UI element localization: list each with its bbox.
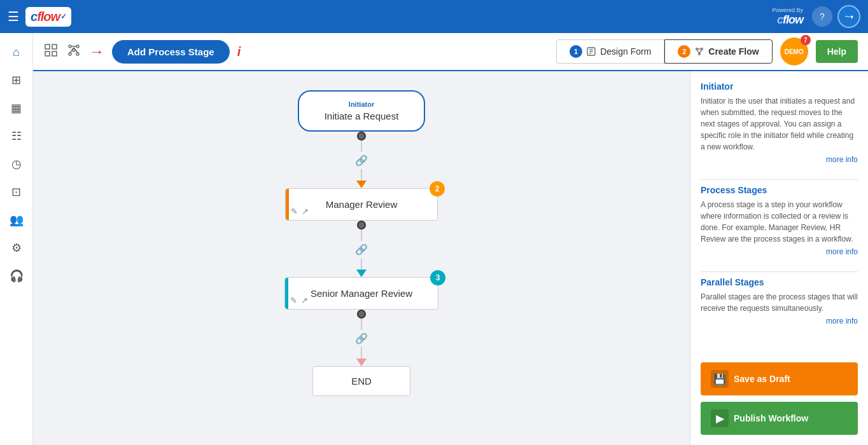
save-draft-icon: 💾 (711, 370, 729, 388)
demo-badge: 7 (801, 35, 811, 45)
stage2-number: 3 (430, 270, 445, 285)
stage1-actions: ✎ ↗ (291, 207, 309, 216)
manager-review-box[interactable]: Manager Review 2 ✎ ↗ (285, 188, 438, 221)
connector-line-5 (361, 318, 362, 330)
sidebar-item-home[interactable]: ⌂ (5, 41, 28, 64)
senior-manager-review-box[interactable]: Senior Manager Review 3 ✎ ↗ (284, 277, 438, 310)
svg-point-17 (701, 48, 703, 50)
sidebar-item-list[interactable]: ☷ (5, 125, 28, 147)
panel-title-parallel-stages: Parallel Stages (701, 277, 858, 287)
info-icon[interactable]: i (237, 44, 241, 59)
demo-button[interactable]: DEMO 7 (780, 38, 808, 65)
panel-actions: 💾 Save as Draft ▶ Publish Workflow (701, 362, 858, 435)
end-node: END (312, 366, 410, 396)
flow-diagram: Initiator Initiate a Request 🔗 (46, 84, 677, 432)
hamburger-menu[interactable]: ☰ (8, 9, 19, 24)
tab-create-flow[interactable]: 2 Create Flow (664, 39, 772, 64)
sidebar-item-team[interactable]: 👥 (5, 209, 28, 231)
connector-1: 🔗 (355, 132, 368, 188)
connector-dot-2 (357, 221, 366, 229)
publish-workflow-button[interactable]: ▶ Publish Workflow (701, 402, 858, 435)
connector-line-1 (361, 140, 362, 152)
svg-point-7 (69, 53, 71, 55)
stage2-export-icon[interactable]: ↗ (301, 296, 308, 305)
stage1-left-bar (286, 189, 289, 220)
connector-line-4 (361, 258, 362, 270)
logo: cflow ✓ (25, 7, 71, 27)
link-icon-1[interactable]: 🔗 (355, 154, 368, 167)
sidebar-item-grid[interactable]: ⊞ (5, 69, 28, 92)
connector-2: 🔗 (355, 221, 368, 277)
panel-text-parallel-stages: Parallel stages are the process stages t… (701, 291, 858, 314)
sidebar: ⌂ ⊞ ▦ ☷ ◷ ⊡ 👥 ⚙ 🎧 (0, 33, 33, 445)
connector-line-6 (361, 347, 362, 359)
main-layout: ⌂ ⊞ ▦ ☷ ◷ ⊡ 👥 ⚙ 🎧 → (0, 33, 868, 445)
panel-more-parallel-stages[interactable]: more info (701, 317, 858, 325)
sidebar-item-settings[interactable]: ⚙ (5, 236, 28, 259)
stage1-number: 2 (430, 181, 445, 196)
svg-point-16 (696, 48, 698, 50)
svg-point-8 (76, 53, 79, 55)
stage1-export-icon[interactable]: ↗ (302, 207, 309, 216)
svg-point-18 (699, 53, 701, 55)
initiator-box[interactable]: Initiator Initiate a Request (298, 90, 426, 132)
senior-manager-review-node: Senior Manager Review 3 ✎ ↗ (284, 277, 438, 310)
flow-canvas: Initiator Initiate a Request 🔗 (33, 71, 690, 445)
stage2-actions: ✎ ↗ (290, 296, 308, 305)
design-form-icon (586, 46, 596, 57)
create-flow-icon (694, 46, 704, 57)
tab-design-form-label: Design Form (600, 46, 651, 57)
view-toggle-1[interactable] (43, 43, 59, 61)
connector-line-3 (361, 229, 362, 241)
tab-group: 1 Design Form 2 Create Flow (556, 39, 773, 64)
link-icon-2[interactable]: 🔗 (355, 243, 368, 256)
svg-line-20 (697, 50, 699, 53)
arrow-right-icon: → (89, 43, 104, 60)
panel-more-initiator[interactable]: more info (701, 155, 858, 164)
tab-badge-2: 2 (678, 45, 690, 58)
svg-line-10 (70, 48, 74, 53)
svg-line-11 (74, 48, 78, 53)
svg-line-21 (699, 50, 702, 53)
panel-section-initiator: Initiator Initiator is the user that ini… (701, 81, 858, 164)
view-toggle-2[interactable] (66, 43, 81, 61)
top-navigation: ☰ cflow ✓ Powered By cflow ? ~ ▾ (0, 0, 868, 33)
arrow-down-2 (356, 270, 367, 277)
content-area: → Add Process Stage i 1 Design Form 2 Cr… (33, 33, 868, 445)
connector-dot-3 (357, 310, 366, 318)
stage2-edit-icon[interactable]: ✎ (290, 296, 297, 305)
arrow-down-3 (356, 359, 367, 366)
svg-rect-3 (52, 51, 57, 56)
right-panel: Initiator Initiator is the user that ini… (690, 71, 868, 445)
panel-text-process-stages: A process stage is a step in your workfl… (701, 199, 858, 245)
panel-more-process-stages[interactable]: more info (701, 247, 858, 256)
publish-label: Publish Workflow (734, 413, 808, 423)
svg-point-5 (76, 45, 79, 48)
tab-create-flow-label: Create Flow (708, 46, 759, 57)
stage1-title: Manager Review (311, 199, 412, 210)
help-icon-nav[interactable]: ? (812, 6, 832, 27)
sidebar-item-audio[interactable]: 🎧 (5, 264, 28, 287)
initiator-title: Initiate a Request (325, 111, 399, 121)
sidebar-item-chart[interactable]: ⊡ (5, 181, 28, 203)
sidebar-item-calendar[interactable]: ▦ (5, 97, 28, 120)
panel-title-initiator: Initiator (701, 81, 858, 92)
help-button[interactable]: Help (816, 40, 858, 63)
svg-rect-1 (52, 44, 57, 49)
sidebar-item-history[interactable]: ◷ (5, 153, 28, 175)
connector-line-2 (361, 169, 362, 181)
connector-dot-1 (357, 132, 366, 140)
panel-title-process-stages: Process Stages (701, 185, 858, 195)
svg-rect-0 (45, 44, 50, 49)
save-draft-button[interactable]: 💾 Save as Draft (701, 362, 858, 395)
divider-2 (701, 271, 858, 272)
user-avatar[interactable]: ~ ▾ (837, 5, 860, 28)
connector-3: 🔗 (355, 310, 368, 366)
tab-design-form[interactable]: 1 Design Form (556, 39, 664, 64)
add-process-stage-button[interactable]: Add Process Stage (112, 40, 230, 64)
tab-badge-1: 1 (570, 45, 582, 58)
stage1-edit-icon[interactable]: ✎ (291, 207, 298, 216)
link-icon-3[interactable]: 🔗 (355, 332, 368, 345)
powered-by-label: Powered By cflow (772, 7, 803, 27)
divider-1 (701, 179, 858, 180)
